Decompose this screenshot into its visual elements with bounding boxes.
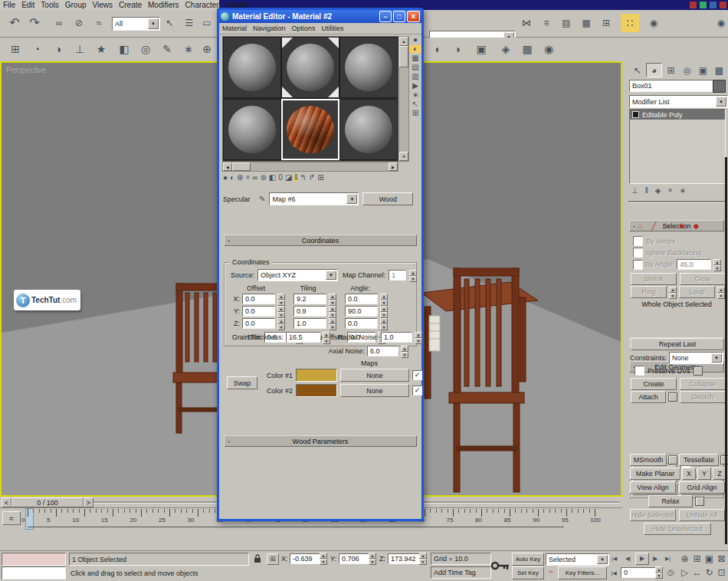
menu-item[interactable]: Create: [116, 1, 145, 9]
auto-key-button[interactable]: Auto Key: [512, 553, 544, 566]
arc-rotate-icon[interactable]: ↻: [703, 566, 715, 578]
select-by-name-icon[interactable]: ☰: [181, 15, 198, 31]
constraints-dropdown[interactable]: None▼: [669, 352, 723, 364]
zoom-extents-icon[interactable]: ▣: [703, 553, 715, 564]
relax-settings-icon[interactable]: [695, 497, 704, 506]
percent-snap-icon[interactable]: ◑: [49, 41, 67, 57]
color2-map-button[interactable]: None: [340, 384, 409, 397]
scroll-left-icon[interactable]: ◀: [223, 162, 232, 171]
material-slot[interactable]: [339, 37, 398, 98]
snaps-toggle-icon[interactable]: ⊞: [6, 41, 25, 57]
tab-display-icon[interactable]: ▣: [696, 64, 710, 77]
make-unique-material-icon[interactable]: ∞: [252, 174, 257, 182]
collapse-button[interactable]: Collapse: [680, 378, 726, 390]
loop-button[interactable]: Loop: [679, 286, 715, 298]
layer-manager-icon[interactable]: ▤: [558, 15, 575, 31]
video-color-check-icon[interactable]: ▥: [409, 73, 421, 80]
z-tiling-spinner[interactable]: [329, 318, 336, 329]
render-region-icon[interactable]: ◈: [497, 41, 515, 57]
panel-scrollbar[interactable]: [725, 157, 727, 544]
x-offset-field[interactable]: 0.0: [242, 294, 275, 304]
detach-button[interactable]: Detach: [680, 391, 726, 403]
map-channel-field[interactable]: 1: [389, 270, 406, 281]
sample-uv-tiling-icon[interactable]: ▤: [409, 64, 421, 71]
wood-parameters-rollout-header[interactable]: Wood Parameters: [224, 435, 417, 447]
go-to-end-icon[interactable]: ▶|: [662, 553, 674, 563]
coordinates-rollout-header[interactable]: Coordinates: [224, 235, 417, 246]
dialog-titlebar[interactable]: Material Editor - Material #2 − □ ×: [219, 10, 421, 23]
y-offset-spinner[interactable]: [277, 306, 285, 317]
material-navigator-icon[interactable]: ⊞: [317, 174, 323, 182]
ignore-backfacing-checkbox[interactable]: [633, 248, 643, 258]
time-configuration-icon[interactable]: ◷: [665, 567, 676, 577]
mirror-icon[interactable]: ⋈: [518, 15, 535, 31]
select-object-icon[interactable]: ↖: [161, 15, 178, 31]
edge-subobject-icon[interactable]: ╱: [651, 222, 656, 230]
close-button[interactable]: ×: [407, 11, 420, 22]
tab-modify-icon[interactable]: ◕: [646, 63, 662, 77]
dialog-menu-item[interactable]: Utilities: [319, 25, 347, 32]
absolute-offset-toggle-icon[interactable]: ⊞: [267, 553, 279, 565]
assign-material-icon[interactable]: ⊕: [237, 174, 243, 182]
unhide-all-button[interactable]: Unhide All: [679, 509, 725, 521]
color2-map-checkbox[interactable]: [412, 386, 422, 396]
tab-hierarchy-icon[interactable]: ⊞: [664, 64, 678, 77]
chevron-down-icon[interactable]: ▼: [711, 353, 722, 363]
axial-noise-field[interactable]: 6.0: [367, 346, 398, 356]
field-of-view-icon[interactable]: ▷: [679, 566, 690, 578]
polygon-subobject-icon[interactable]: ■: [679, 222, 684, 230]
axial-noise-spinner[interactable]: [401, 346, 408, 356]
modifier-list-dropdown[interactable]: Modifier List▼: [629, 95, 728, 108]
time-next-button[interactable]: >: [84, 497, 93, 507]
vertex-subobject-icon[interactable]: ∴: [638, 222, 642, 230]
select-and-link-icon[interactable]: ∞: [51, 15, 67, 31]
time-slider-handle[interactable]: 0 / 100: [11, 497, 84, 507]
y-offset-field[interactable]: 0.0: [242, 306, 275, 317]
current-frame-spinner[interactable]: [655, 566, 663, 577]
spinner-snap-icon[interactable]: ⊥: [71, 41, 89, 57]
source-dropdown[interactable]: Object XYZ▼: [257, 269, 338, 281]
make-preview-icon[interactable]: ▶: [409, 82, 421, 90]
reset-map-icon[interactable]: ×: [245, 174, 250, 182]
named-sets-icon[interactable]: ★: [92, 41, 110, 57]
pan-icon[interactable]: ↔: [691, 566, 703, 578]
view-align-button[interactable]: View Align: [630, 481, 676, 494]
y-angle-field[interactable]: 90.0: [345, 306, 378, 317]
menu-item[interactable]: Group: [62, 1, 90, 9]
scroll-thumb[interactable]: [399, 46, 408, 67]
hide-unselected-button[interactable]: Hide Unselected: [644, 523, 711, 535]
play-button-icon[interactable]: ▶: [635, 553, 649, 565]
msmooth-settings-icon[interactable]: [668, 455, 677, 464]
loop-spinner[interactable]: [717, 287, 725, 297]
track-view-icon[interactable]: ◧: [115, 41, 133, 57]
menu-item[interactable]: Tools: [38, 1, 61, 9]
z-angle-spinner[interactable]: [380, 318, 388, 329]
color1-map-button[interactable]: None: [340, 369, 409, 382]
menu-item[interactable]: Character: [182, 1, 222, 9]
pin-stack-icon[interactable]: ⊥: [631, 187, 638, 195]
x-tiling-field[interactable]: 9.2: [293, 294, 326, 304]
zoom-extents-all-icon[interactable]: ⊠: [716, 553, 727, 564]
grain-thickness-spinner[interactable]: [323, 332, 330, 343]
ring-button[interactable]: Ring: [631, 286, 667, 298]
get-material-icon[interactable]: ●: [223, 174, 228, 182]
zoom-all-icon[interactable]: ⊞: [691, 553, 703, 564]
unlink-selection-icon[interactable]: ⊘: [71, 15, 87, 31]
x-coord-spinner[interactable]: [320, 553, 327, 563]
hide-selected-button[interactable]: Hide Selected: [630, 509, 676, 521]
attach-button[interactable]: Attach: [631, 391, 666, 403]
rect-selection-region-icon[interactable]: ▭: [199, 15, 215, 31]
make-planar-button[interactable]: Make Planar: [630, 468, 680, 480]
render-globe-icon[interactable]: ◗: [449, 41, 467, 57]
modifier-stack[interactable]: Editable Poly: [629, 109, 726, 184]
z-coord-spinner[interactable]: [419, 553, 427, 563]
material-editor-icon[interactable]: ∷: [621, 14, 639, 32]
msmooth-button[interactable]: MSmooth: [630, 454, 667, 466]
backlight-icon[interactable]: ◐: [409, 45, 421, 53]
map-name-dropdown[interactable]: Map #6▼: [269, 192, 359, 205]
quick-render-icon[interactable]: ◉: [714, 15, 728, 31]
z-angle-field[interactable]: 0.0: [345, 318, 378, 329]
y-coord-field[interactable]: 0.706: [339, 553, 372, 564]
bind-to-spacewarp-icon[interactable]: ≈: [90, 15, 107, 31]
min-max-toggle-icon[interactable]: ⊡: [716, 566, 727, 578]
